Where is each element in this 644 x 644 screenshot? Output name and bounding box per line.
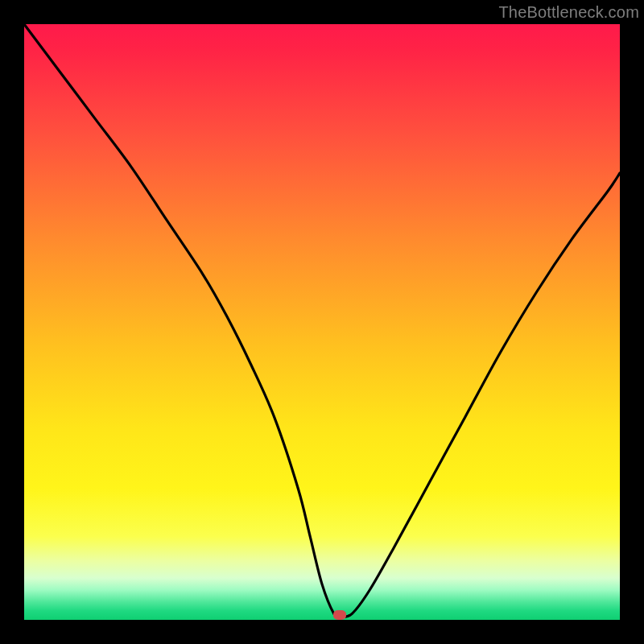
plot-area (24, 24, 620, 620)
watermark-text: TheBottleneck.com (498, 3, 639, 22)
chart-frame: TheBottleneck.com (0, 0, 644, 644)
bottleneck-curve (24, 24, 620, 620)
optimum-marker (333, 610, 346, 620)
